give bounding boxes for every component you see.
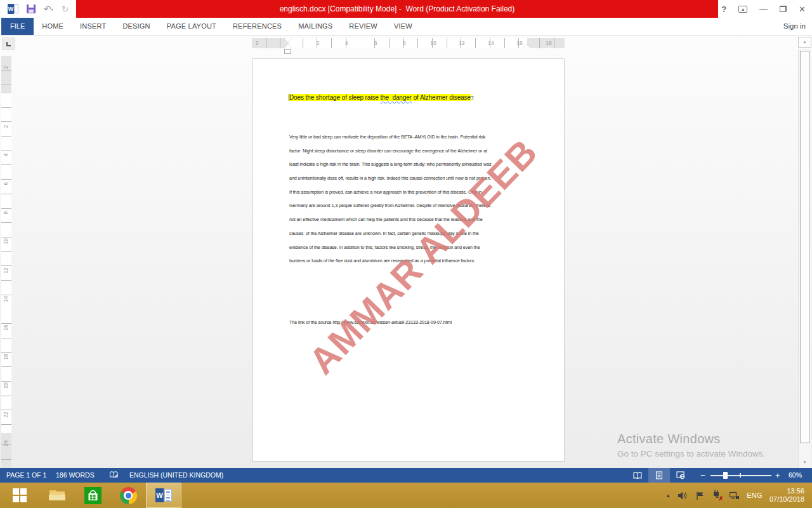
taskbar-clock[interactable]: 13:56 07/10/2018 <box>769 487 804 504</box>
window-title: englisch.docx [Compatibility Mode] - Wor… <box>76 0 718 18</box>
power-status-icon[interactable]: ✗ <box>712 490 722 502</box>
volume-icon[interactable] <box>678 491 688 500</box>
heading-grammar-underline-text: the danger <box>380 94 412 101</box>
v-ruler-number: 16 <box>3 323 10 333</box>
taskbar-word-button[interactable]: W <box>146 483 181 508</box>
tab-insert[interactable]: INSERT <box>72 18 114 35</box>
first-line-indent-marker[interactable] <box>284 38 292 43</box>
zoom-slider-center-tick <box>740 473 741 478</box>
document-page[interactable]: Does the shortage of sleep raise the dan… <box>252 58 565 462</box>
view-shortcuts <box>627 468 691 483</box>
body-line: and unintentionally doze off, results in… <box>289 171 491 185</box>
taskbar-file-explorer-button[interactable] <box>39 483 75 508</box>
help-button[interactable]: ? <box>721 4 726 14</box>
v-ruler-number: 2 <box>3 62 10 72</box>
zoom-percentage[interactable]: 60% <box>789 468 802 483</box>
v-ruler-number: 8 <box>3 208 10 218</box>
save-icon[interactable] <box>27 4 36 13</box>
right-indent-marker[interactable] <box>523 44 530 48</box>
show-hidden-icons-chevron[interactable]: ▲ <box>665 493 671 498</box>
print-layout-icon[interactable] <box>648 468 670 483</box>
taskbar-buttons: W <box>0 483 181 508</box>
action-center-flag-icon[interactable] <box>695 491 705 500</box>
undo-icon: ↶ <box>44 4 51 14</box>
heading-highlighted-text: of Alzheimer disease <box>412 94 471 101</box>
page-count-status[interactable]: PAGE 1 OF 1 <box>6 468 46 483</box>
clock-date: 07/10/2018 <box>769 495 804 504</box>
proofing-errors-icon[interactable] <box>109 471 119 481</box>
scrollbar-up-icon[interactable]: ▲ <box>798 37 811 48</box>
close-button[interactable]: ✕ <box>799 4 806 14</box>
word-count-status[interactable]: 186 WORDS <box>56 468 95 483</box>
minimize-button[interactable]: — <box>759 6 768 12</box>
heading-question-mark: ? <box>471 95 474 101</box>
left-indent-marker[interactable] <box>284 49 291 54</box>
scrollbar-thumb[interactable] <box>800 51 809 443</box>
language-status[interactable]: ENGLISH (UNITED KINGDOM) <box>129 468 223 483</box>
undo-button[interactable]: ↶▾ <box>44 4 53 14</box>
tab-review[interactable]: REVIEW <box>341 18 386 35</box>
v-ruler-number: 24 <box>3 438 10 448</box>
undo-dropdown-icon[interactable]: ▾ <box>51 8 53 11</box>
taskbar: W ▲ ✗ <box>0 483 812 508</box>
v-ruler-number: 14 <box>3 294 10 304</box>
read-mode-icon[interactable] <box>627 468 648 483</box>
hanging-indent-marker[interactable] <box>284 44 292 48</box>
v-ruler-number: 22 <box>3 410 10 420</box>
restore-button[interactable] <box>780 6 787 12</box>
body-line: least indicate a high risk in the brain.… <box>289 157 491 171</box>
tab-design[interactable]: DESIGN <box>114 18 158 35</box>
ribbon-tabs: FILE HOME INSERT DESIGN PAGE LAYOUT REFE… <box>0 18 812 35</box>
zoom-slider-thumb[interactable] <box>723 472 728 479</box>
word-window: W ↶▾ ↻ ▾ englisch.docx [Compatibility Mo… <box>0 0 812 508</box>
ribbon-display-options-icon[interactable]: ▲ <box>738 6 747 13</box>
v-ruler-number: 2 <box>3 121 10 131</box>
left-tab-icon <box>6 42 11 46</box>
word-app-icon[interactable]: W <box>8 4 18 14</box>
file-explorer-icon <box>48 488 66 503</box>
quick-access-toolbar: W ↶▾ ↻ ▾ <box>8 0 82 18</box>
tab-selector-button[interactable] <box>2 37 15 50</box>
heading-highlighted-text: Does the shortage of sleep raise <box>289 94 380 101</box>
tab-references[interactable]: REFERENCES <box>225 18 290 35</box>
scrollbar-down-icon[interactable]: ▼ <box>798 457 811 468</box>
document-area: 2 2 4 6 8 10 12 14 16 18 2 2 4 6 8 10 12… <box>0 36 812 468</box>
v-ruler-number: 12 <box>3 265 10 276</box>
body-line: Very little or bad sleep can motivate th… <box>289 130 491 144</box>
tab-page-layout[interactable]: PAGE LAYOUT <box>159 18 225 35</box>
taskbar-chrome-button[interactable] <box>110 483 146 508</box>
v-ruler-number: 4 <box>3 150 10 160</box>
tab-file[interactable]: FILE <box>1 18 34 35</box>
v-ruler-number: 10 <box>3 236 10 246</box>
title-bar: W ↶▾ ↻ ▾ englisch.docx [Compatibility Mo… <box>0 0 812 18</box>
horizontal-ruler[interactable]: 2 2 4 6 8 10 12 14 16 18 <box>252 38 565 48</box>
v-ruler-number: 18 <box>3 352 10 362</box>
ribbon-tab-row: FILE HOME INSERT DESIGN PAGE LAYOUT REFE… <box>0 18 812 36</box>
activate-windows-notice: Activate Windows Go to PC settings to ac… <box>617 432 765 458</box>
input-language-indicator[interactable]: ENG <box>747 491 763 499</box>
body-line: factor: Night sleep disturbance or sleep… <box>289 144 491 158</box>
taskbar-store-button[interactable] <box>75 483 110 508</box>
word-icon: W <box>155 488 172 502</box>
vertical-ruler[interactable]: 2 2 4 6 8 10 12 14 16 18 20 22 24 <box>1 56 11 469</box>
tab-view[interactable]: VIEW <box>386 18 421 35</box>
network-icon[interactable] <box>729 491 740 500</box>
sign-in-link[interactable]: Sign in <box>783 18 806 35</box>
activate-windows-title: Activate Windows <box>617 432 765 446</box>
start-button[interactable] <box>0 483 39 508</box>
zoom-slider-track[interactable] <box>710 475 771 476</box>
clock-time: 13:56 <box>769 487 804 495</box>
zoom-in-button[interactable]: + <box>775 468 780 483</box>
power-error-x: ✗ <box>719 495 724 502</box>
v-ruler-number: 6 <box>3 178 10 189</box>
document-heading[interactable]: Does the shortage of sleep raise the dan… <box>289 94 474 101</box>
windows-logo-icon <box>13 488 27 502</box>
tab-mailings[interactable]: MAILINGS <box>290 18 341 35</box>
word-app-w-glyph: W <box>8 4 14 14</box>
store-icon <box>84 487 102 504</box>
status-bar: PAGE 1 OF 1 186 WORDS ENGLISH (UNITED KI… <box>0 468 812 483</box>
web-layout-icon[interactable] <box>670 468 691 483</box>
redo-icon[interactable]: ↻ <box>62 4 69 13</box>
zoom-out-button[interactable]: − <box>700 468 705 483</box>
tab-home[interactable]: HOME <box>34 18 72 35</box>
